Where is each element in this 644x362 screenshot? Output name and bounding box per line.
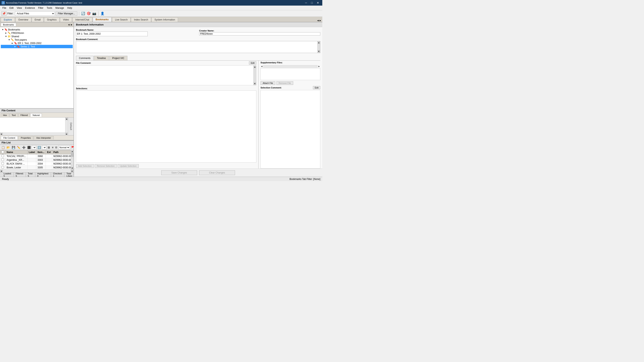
row-checkbox-cell[interactable]: [0, 158, 6, 162]
tree-expand-fred[interactable]: ►: [4, 32, 8, 34]
menu-tools[interactable]: Tools: [45, 6, 54, 10]
content-hscroll-left[interactable]: ◄: [0, 133, 3, 135]
table-hscroll-right[interactable]: ►: [71, 170, 74, 173]
save-changes-button[interactable]: Save Changes: [161, 170, 197, 175]
tab-properties[interactable]: Properties: [18, 136, 33, 139]
tab-hex[interactable]: Hex: [1, 113, 9, 117]
bookmarks-panel-tab[interactable]: Bookmarks: [1, 23, 16, 26]
table-scroll-up-btn[interactable]: ▲: [71, 150, 74, 153]
table-vertical-scrollbar[interactable]: ▲ ▼: [71, 150, 74, 170]
comment-vscrollbar[interactable]: ▲ ▼: [317, 41, 320, 53]
tab-file-content[interactable]: File Content: [1, 136, 18, 139]
close-button[interactable]: ✕: [315, 1, 321, 5]
row-checkbox-cell[interactable]: [0, 166, 6, 170]
info-tab-timeline[interactable]: Timeline: [94, 56, 109, 60]
info-tab-project-vic[interactable]: Project VIC: [109, 56, 127, 60]
panel-nav-prev[interactable]: ◄: [68, 23, 70, 26]
clear-changes-button[interactable]: Clear Changes: [199, 170, 235, 175]
content-horizontal-scrollbar[interactable]: ◄ ►: [0, 132, 68, 135]
tab-explore[interactable]: Explore: [1, 17, 15, 22]
tree-expand-shared[interactable]: ▼: [4, 35, 8, 37]
tree-item-bookmarks-root[interactable]: ▼ 🔖 Bookmarks: [1, 28, 73, 31]
user-icon-button[interactable]: 👤: [100, 11, 105, 16]
row-checkbox[interactable]: [2, 158, 4, 161]
file-list-save-btn[interactable]: 💾: [11, 146, 16, 149]
tab-hex-interpreter[interactable]: Hex Interpreter: [34, 136, 54, 139]
col-header-path[interactable]: Path: [52, 150, 74, 154]
row-checkbox[interactable]: [2, 155, 4, 157]
comment-scroll-up[interactable]: ▲: [318, 41, 320, 44]
tabs-scroll-right[interactable]: ►: [319, 19, 322, 22]
row-checkbox[interactable]: [2, 166, 4, 169]
menu-evidence[interactable]: Evidence: [24, 6, 36, 10]
screenshot-icon-button[interactable]: 📷: [92, 11, 97, 16]
file-comment-edit-btn[interactable]: Edit: [249, 61, 256, 64]
tab-overview[interactable]: Overview: [15, 17, 31, 22]
minimize-button[interactable]: ─: [304, 1, 309, 5]
file-list-remove-btn[interactable]: ⬛: [27, 146, 31, 149]
tab-internet[interactable]: Internet/Chat: [72, 17, 92, 22]
panel-nav-next[interactable]: ►: [70, 23, 73, 26]
bookmark-comment-area[interactable]: ▲ ▼: [76, 41, 320, 53]
tree-item-er1[interactable]: ► 🔖 ER 1: Test, 2000-2002: [1, 41, 73, 45]
tree-item-test-papers[interactable]: ▼ ✏️ Test papers: [1, 38, 73, 41]
tab-text[interactable]: Text: [10, 113, 18, 117]
tab-filtered[interactable]: Filtered: [18, 113, 30, 117]
menu-filter[interactable]: Filter: [36, 6, 45, 10]
selections-area[interactable]: [76, 90, 256, 163]
tab-live-search[interactable]: Live Search: [112, 17, 130, 22]
tab-email[interactable]: Email: [32, 17, 44, 22]
content-hscroll-right[interactable]: ►: [65, 133, 68, 135]
row-checkbox[interactable]: [2, 162, 4, 165]
tab-index-search[interactable]: Index Search: [131, 17, 151, 22]
tab-video[interactable]: Video: [60, 17, 72, 22]
tree-expand-test-papers[interactable]: ▼: [8, 39, 11, 41]
file-list-mode-select[interactable]: Normal: [58, 145, 70, 149]
update-selection-btn[interactable]: Update Selection: [118, 164, 139, 168]
filter-manager-button[interactable]: Filter Manager...: [56, 11, 77, 16]
col-header-check[interactable]: [0, 150, 6, 154]
col-header-label[interactable]: Label: [27, 150, 36, 154]
file-list-grid-btn[interactable]: ⊞: [47, 146, 51, 149]
file-comment-scroll-down[interactable]: ▼: [254, 82, 256, 85]
file-comment-textarea[interactable]: [76, 65, 253, 85]
file-list-cols-btn[interactable]: ⊟: [54, 146, 58, 149]
file-list-new-btn[interactable]: 📋: [1, 146, 6, 149]
tree-expand-bookmarks[interactable]: ▼: [1, 28, 4, 31]
menu-help[interactable]: Help: [66, 6, 74, 10]
col-header-ext[interactable]: Ext: [46, 150, 52, 154]
tab-system-info[interactable]: System Information: [152, 17, 178, 22]
supp-files-prev-btn[interactable]: ◄: [260, 65, 263, 68]
tree-expand-er1[interactable]: ►: [11, 42, 14, 44]
creator-name-input[interactable]: [199, 32, 320, 35]
tab-bookmarks[interactable]: Bookmarks: [93, 17, 112, 22]
file-list-sort-btn[interactable]: ⬇️: [37, 146, 42, 149]
table-row[interactable]: Bowie, Lester 3305 M29962-0030.001/NONAM…: [0, 166, 74, 170]
file-comment-vscrollbar[interactable]: ▲ ▼: [253, 65, 256, 85]
attach-file-btn[interactable]: Attach File: [260, 81, 275, 85]
tree-item-shared[interactable]: ▼ 📁 Shared: [1, 35, 73, 38]
table-row[interactable]: BLACK SWAN ... 3304 M29962-0030.001/NONA…: [0, 162, 74, 166]
remove-selection-btn[interactable]: Remove Selection: [95, 164, 117, 168]
file-list-open-btn[interactable]: 📂: [6, 146, 10, 149]
table-row[interactable]: 'RACIAL' PROFI... 3960 M29962-0030.001/N…: [0, 154, 74, 158]
file-comment-area[interactable]: ▲ ▼: [76, 65, 256, 85]
tab-natural[interactable]: Natural: [30, 113, 42, 117]
file-comment-scroll-up[interactable]: ▲: [254, 65, 256, 68]
file-list-edit-btn[interactable]: ✏️: [16, 146, 21, 149]
bookmark-tree[interactable]: ▼ 🔖 Bookmarks ► ✏️ FRED\foren ▼ 📁 Shared…: [0, 27, 74, 108]
tree-item-fred-foren[interactable]: ► ✏️ FRED\foren: [1, 31, 73, 35]
select-all-checkbox[interactable]: [2, 151, 4, 153]
file-list-dropdown-2[interactable]: [42, 145, 46, 149]
menu-view[interactable]: View: [15, 6, 24, 10]
tabs-scroll-left[interactable]: ◄: [317, 19, 319, 22]
row-checkbox-cell[interactable]: [0, 162, 6, 166]
comment-scroll-down[interactable]: ▼: [318, 50, 320, 53]
tab-graphics[interactable]: Graphics: [44, 17, 60, 22]
default-sidebar-btn[interactable]: Default: [68, 118, 74, 135]
supp-files-area[interactable]: [260, 68, 320, 80]
col-header-name[interactable]: Name: [6, 150, 28, 154]
target-icon-button[interactable]: 🎯: [86, 11, 91, 16]
sel-comment-edit-btn[interactable]: Edit: [313, 86, 320, 89]
add-selection-btn[interactable]: Add Selection: [76, 164, 94, 168]
